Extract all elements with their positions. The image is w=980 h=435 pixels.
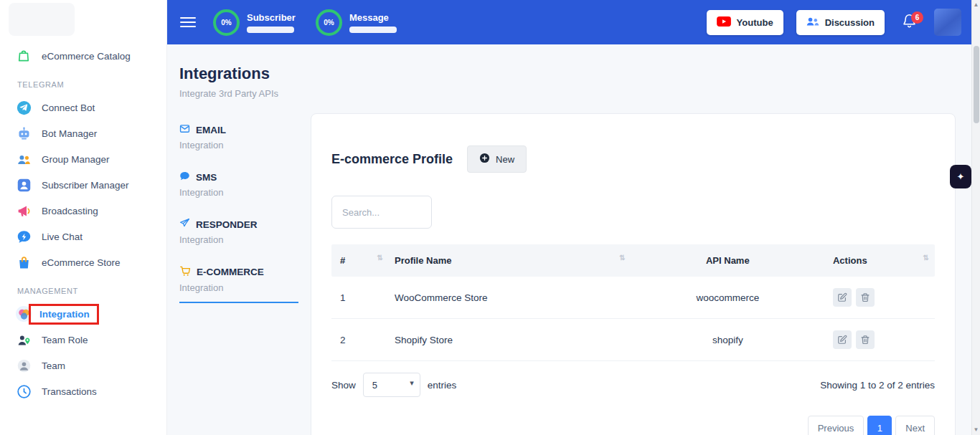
pagination: Previous 1 Next — [331, 416, 935, 435]
tab-ecommerce-integration[interactable]: E-COMMERCE Integration — [179, 265, 298, 303]
tab-title: RESPONDER — [196, 219, 258, 230]
youtube-button[interactable]: Youtube — [707, 10, 783, 35]
sidebar-item-team[interactable]: Team — [0, 353, 166, 378]
subscriber-stat: 0% Subscriber — [213, 9, 296, 36]
sidebar-item-label: Team — [42, 360, 65, 371]
discussion-button-label: Discussion — [825, 17, 875, 28]
show-label: Show — [331, 380, 356, 391]
profile-name-cell: Shopify Store — [387, 323, 630, 357]
tab-sms-integration[interactable]: SMS Integration — [179, 171, 298, 206]
plus-icon — [479, 153, 490, 166]
sidebar-item-label: Live Chat — [42, 231, 83, 242]
next-page-button[interactable]: Next — [895, 416, 935, 435]
sidebar-item-subscriber-manager[interactable]: Subscriber Manager — [0, 172, 166, 198]
sidebar-item-label: Connect Bot — [42, 102, 95, 113]
previous-page-button[interactable]: Previous — [808, 416, 864, 435]
showing-text: Showing 1 to 2 of 2 entries — [820, 380, 935, 391]
assistant-fab[interactable]: ✦ — [950, 165, 971, 188]
message-percent: 0% — [324, 19, 334, 27]
sidebar-item-team-role[interactable]: Team Role — [0, 327, 166, 353]
tab-email-integration[interactable]: EMAIL Integration — [179, 123, 298, 159]
sidebar-item-label: Group Manager — [42, 154, 110, 165]
group-icon — [16, 151, 32, 167]
column-header-api-name: API Name — [630, 244, 826, 277]
table-header-row: #⇅ Profile Name⇅ API Name Actions⇅ — [331, 244, 935, 277]
delete-button[interactable] — [856, 330, 875, 349]
edit-button[interactable] — [833, 330, 852, 349]
tab-subtitle: Integration — [179, 282, 298, 293]
notifications-button[interactable]: 6 — [902, 13, 917, 32]
sidebar-item-bot-manager[interactable]: Bot Manager — [0, 120, 166, 146]
sidebar-item-broadcasting[interactable]: Broadcasting — [0, 198, 166, 224]
entries-select[interactable]: 5 — [363, 373, 420, 397]
profiles-table: #⇅ Profile Name⇅ API Name Actions⇅ 1 Woo… — [331, 244, 935, 361]
sidebar-item-group-manager[interactable]: Group Manager — [0, 146, 166, 172]
sidebar-item-label: Broadcasting — [42, 206, 98, 216]
sidebar-item-transactions[interactable]: Transactions — [0, 378, 166, 404]
youtube-button-label: Youtube — [737, 17, 773, 28]
tab-responder-integration[interactable]: RESPONDER Integration — [179, 218, 298, 254]
sidebar-item-label: eCommerce Catalog — [42, 51, 131, 62]
youtube-icon — [717, 16, 731, 29]
sort-icon[interactable]: ⇅ — [923, 254, 929, 262]
api-name-cell: woocommerce — [630, 281, 826, 315]
delete-button[interactable] — [856, 288, 875, 307]
tab-subtitle: Integration — [179, 234, 298, 245]
column-header-number: #⇅ — [333, 244, 387, 277]
tab-subtitle: Integration — [179, 140, 298, 150]
subscriber-icon — [16, 177, 32, 193]
page-scrollbar[interactable]: ▲ ▼ — [971, 0, 980, 435]
scrollbar-thumb[interactable] — [974, 46, 979, 123]
tab-title: SMS — [196, 172, 217, 183]
tab-subtitle: Integration — [179, 187, 298, 198]
chat-icon — [16, 229, 32, 244]
table-row: 1 WooCommerce Store woocommerce — [331, 277, 935, 319]
api-name-cell: shopify — [630, 323, 826, 357]
tab-title: EMAIL — [196, 125, 226, 135]
search-input[interactable] — [331, 196, 432, 229]
integration-subnav: EMAIL Integration SMS Integration RESPON… — [179, 113, 298, 315]
entries-label: entries — [428, 380, 457, 391]
sidebar-item-label: Team Role — [42, 335, 88, 345]
discussion-button[interactable]: Discussion — [796, 10, 885, 35]
sort-icon[interactable]: ⇅ — [619, 254, 625, 262]
page-subtitle: Integrate 3rd Party APIs — [179, 88, 956, 99]
sidebar-item-label: Transactions — [42, 386, 97, 397]
table-row: 2 Shopify Store shopify — [331, 319, 935, 361]
sidebar-section-telegram: TELEGRAM — [0, 69, 166, 95]
scroll-down-arrow[interactable]: ▼ — [972, 425, 980, 435]
sidebar-item-ecommerce-catalog[interactable]: eCommerce Catalog — [0, 43, 166, 69]
sidebar-item-label: Bot Manager — [42, 128, 97, 139]
main-content: Integrations Integrate 3rd Party APIs EM… — [167, 44, 980, 435]
page-1-button[interactable]: 1 — [867, 416, 892, 435]
discussion-icon — [806, 16, 819, 29]
new-button[interactable]: New — [467, 145, 527, 173]
column-header-profile-name: Profile Name⇅ — [387, 244, 630, 277]
actions-cell — [826, 319, 933, 360]
sort-icon[interactable]: ⇅ — [377, 254, 383, 262]
app-logo — [9, 3, 75, 36]
entries-select-wrap: 5 — [363, 373, 420, 397]
tab-title: E-COMMERCE — [197, 267, 264, 277]
sidebar: eCommerce Catalog TELEGRAM Connect Bot B… — [0, 0, 167, 435]
megaphone-icon — [16, 203, 32, 219]
subscriber-progress-ring: 0% — [213, 9, 240, 36]
sidebar-item-label: Integration — [39, 309, 90, 320]
sms-icon — [179, 171, 190, 183]
sidebar-item-integration[interactable]: Integration — [0, 301, 166, 327]
actions-cell — [826, 277, 933, 318]
edit-button[interactable] — [833, 288, 852, 307]
team-role-icon — [16, 332, 32, 348]
sidebar-item-live-chat[interactable]: Live Chat — [0, 224, 166, 249]
column-header-actions: Actions⇅ — [826, 244, 933, 277]
subscriber-percent: 0% — [221, 19, 231, 27]
telegram-icon — [16, 100, 32, 115]
avatar[interactable] — [934, 9, 961, 36]
scroll-up-arrow[interactable]: ▲ — [972, 0, 980, 10]
ecommerce-profile-card: E-commerce Profile New #⇅ Profile Name⇅ … — [311, 113, 956, 435]
sidebar-item-ecommerce-store[interactable]: eCommerce Store — [0, 249, 166, 275]
subscriber-stat-value-redacted — [247, 27, 294, 33]
menu-icon[interactable] — [180, 14, 196, 30]
sidebar-item-connect-bot[interactable]: Connect Bot — [0, 95, 166, 120]
team-icon — [16, 358, 32, 373]
